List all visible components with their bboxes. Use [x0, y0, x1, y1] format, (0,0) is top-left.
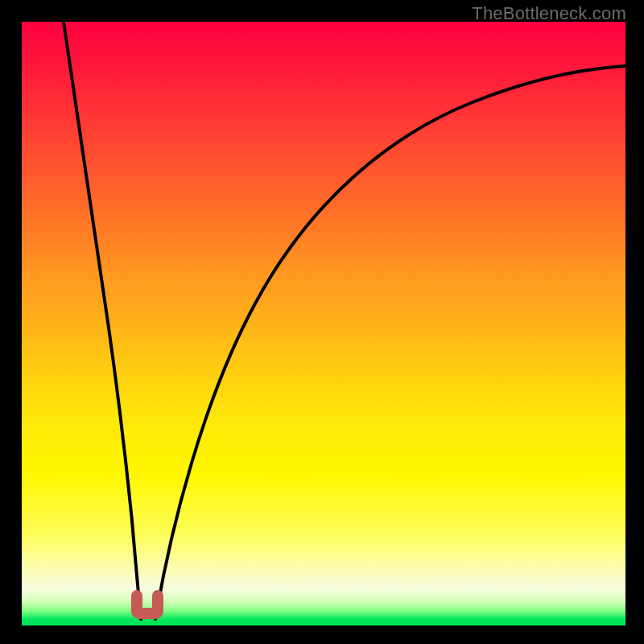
chart-frame: TheBottleneck.com: [0, 0, 644, 644]
left-curve: [64, 22, 141, 619]
curve-layer: [22, 22, 625, 625]
right-curve: [155, 66, 625, 619]
u-marker-bottom: [131, 608, 163, 619]
u-marker: [131, 590, 163, 619]
plot-area: [22, 22, 625, 625]
watermark-text: TheBottleneck.com: [472, 3, 626, 24]
